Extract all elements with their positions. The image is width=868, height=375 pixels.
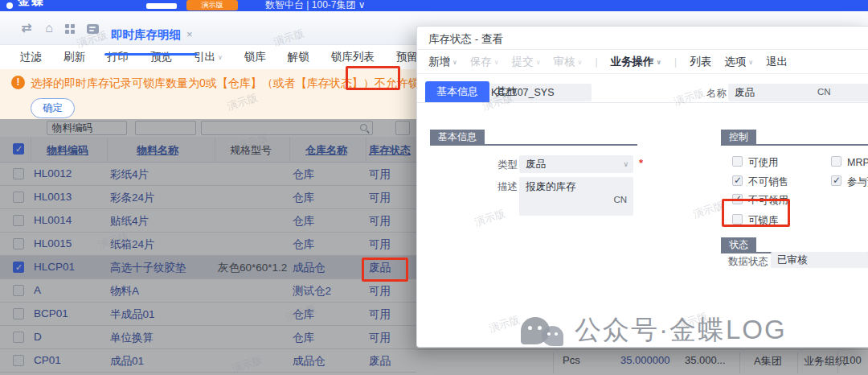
warning-message: 选择的即时库存记录可锁库数量为0或【仓库】（或者【库存状态】）不允许锁库，请重新 — [31, 76, 476, 91]
message-icon[interactable] — [87, 24, 99, 34]
chevron-down-icon: ∨ — [623, 155, 628, 173]
checkbox-label: 可使用 — [748, 156, 779, 170]
filter-button[interactable]: 过滤 — [20, 50, 42, 64]
chevron-down-icon: ∨ — [218, 54, 223, 61]
tab-instant-inventory-detail[interactable]: 即时库存明细 — [111, 27, 181, 43]
checkbox-label: 不可销售 — [748, 175, 788, 189]
list-button[interactable]: 列表 — [690, 55, 711, 69]
sync-icon[interactable]: ⇄ — [19, 21, 34, 35]
type-label: 类型 — [497, 159, 518, 172]
group-control: 控制 — [721, 130, 868, 146]
group-title: 基本信息 — [430, 130, 485, 146]
audit-button[interactable]: 审核∨ — [554, 55, 583, 69]
chevron-down-icon: ∨ — [452, 59, 457, 66]
preview-button[interactable]: 预览 — [150, 50, 172, 64]
checkbox-reserve[interactable] — [831, 175, 841, 186]
chevron-down-icon: ∨ — [578, 59, 583, 66]
home-icon[interactable]: ⌂ — [42, 21, 56, 35]
brand-logo-icon — [6, 2, 13, 9]
checkbox-usable[interactable] — [732, 156, 743, 167]
type-select[interactable]: 废品 ∨ — [519, 155, 633, 173]
toolbar-separator: | — [595, 56, 597, 68]
language-tag: CN — [817, 87, 831, 97]
checkbox-label: 参与预 — [847, 175, 868, 189]
annotation-box-warning-text — [346, 66, 400, 90]
required-asterisk: * — [639, 157, 643, 169]
stock-status-view-dialog: 库存状态 - 查看 新增∨ 保存∨ 提交∨ 审核∨ | 业务操作∨ | 列表 选… — [416, 26, 868, 348]
chevron-down-icon: ∨ — [748, 59, 753, 66]
chevron-down-icon: ∨ — [657, 59, 662, 66]
submit-button[interactable]: 提交∨ — [512, 55, 541, 69]
apps-grid-icon[interactable] — [65, 24, 75, 34]
dialog-title: 库存状态 - 查看 — [428, 32, 503, 47]
toolbar-separator: | — [674, 56, 677, 68]
tab-divider — [417, 102, 868, 103]
reserve-query-button[interactable]: 预留综合查询 — [396, 50, 416, 64]
app-header: 金蝶 演示版 数智中台 | 100-7集团 ∨ — [0, 0, 868, 11]
group-title: 控制 — [721, 130, 756, 146]
business-operation-button[interactable]: 业务操作∨ — [611, 55, 662, 69]
export-button[interactable]: 引出∨ — [194, 50, 223, 64]
unlock-button[interactable]: 解锁 — [288, 50, 309, 64]
exit-button[interactable]: 退出 — [766, 55, 788, 69]
save-button[interactable]: 保存∨ — [470, 55, 499, 69]
refresh-button[interactable]: 刷新 — [63, 50, 85, 64]
checkbox-mrp[interactable] — [831, 156, 841, 167]
confirm-button[interactable]: 确定 — [31, 98, 75, 118]
org-context-switcher[interactable]: 数智中台 | 100-7集团 ∨ — [265, 0, 366, 11]
print-button[interactable]: 打印 — [107, 50, 129, 64]
annotation-box-lockable-checkbox — [722, 199, 790, 227]
tab-other[interactable]: 其他 — [485, 81, 528, 102]
data-status-label: 数据状态 — [728, 255, 768, 269]
brand-pill — [146, 3, 177, 9]
chevron-down-icon: ∨ — [494, 59, 499, 66]
tab-active-underline — [104, 53, 198, 56]
description-textarea[interactable]: 报废的库存 CN — [519, 177, 633, 216]
options-button[interactable]: 选项∨ — [724, 55, 753, 69]
lock-list-button[interactable]: 锁库列表 — [331, 50, 375, 64]
checkbox-not-sellable[interactable] — [732, 175, 743, 186]
group-status: 状态 — [721, 237, 868, 253]
annotation-box-status-cell — [362, 258, 408, 282]
lock-stock-button[interactable]: 锁库 — [244, 50, 266, 64]
chevron-down-icon: ∨ — [536, 59, 541, 66]
demo-version-badge: 演示版 — [186, 0, 238, 10]
new-button[interactable]: 新增∨ — [428, 55, 457, 69]
checkbox-label: MRP可 — [847, 156, 868, 170]
brand-name: 金蝶 — [18, 0, 45, 9]
language-tag: CN — [613, 195, 627, 204]
name-field[interactable]: 废品 — [728, 84, 868, 101]
group-title: 状态 — [721, 237, 756, 253]
tab-close-icon[interactable]: × — [186, 28, 193, 40]
tab-basic-info[interactable]: 基本信息 — [425, 81, 489, 102]
description-label: 描述 — [497, 180, 518, 194]
group-basic-info: 基本信息 — [430, 130, 637, 146]
dialog-toolbar: 新增∨ 保存∨ 提交∨ 审核∨ | 业务操作∨ | 列表 选项∨ 退出 — [417, 49, 868, 74]
name-label: 名称 — [706, 87, 727, 101]
data-status-field: 已审核 — [771, 252, 868, 268]
warning-icon: ! — [11, 76, 25, 89]
